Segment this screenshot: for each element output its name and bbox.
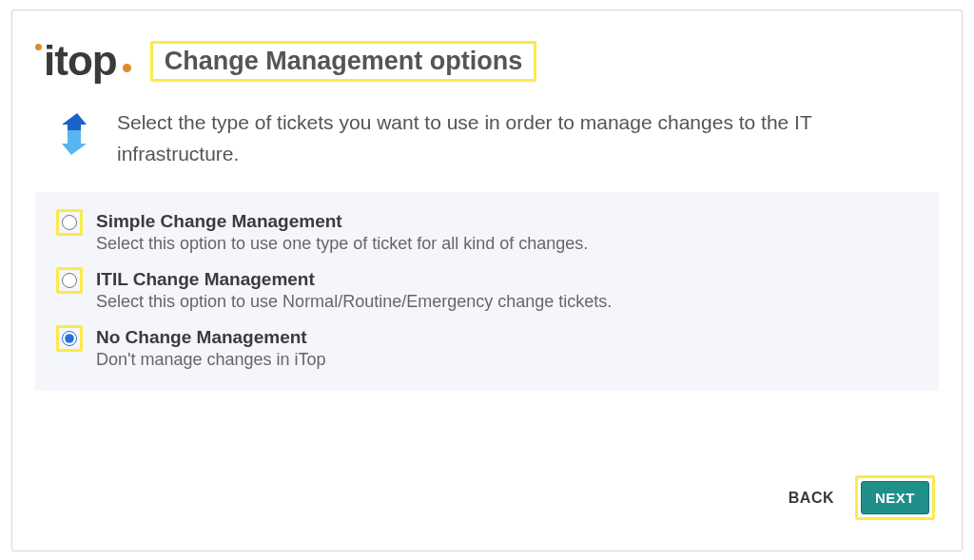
radio-itil-change[interactable] (62, 273, 77, 288)
header: itop Change Management options (35, 37, 939, 85)
intro: Select the type of tickets you want to u… (35, 104, 939, 192)
option-title: Simple Change Management (96, 211, 588, 232)
itop-logo: itop (35, 37, 131, 85)
wizard-footer: BACK NEXT (785, 475, 935, 520)
radio-no-change[interactable] (62, 331, 77, 346)
next-highlight: NEXT (855, 475, 935, 520)
option-text: Simple Change Management Select this opt… (96, 209, 588, 254)
logo-dot-icon (35, 44, 42, 50)
title-highlight: Change Management options (150, 41, 537, 82)
option-simple-change[interactable]: Simple Change Management Select this opt… (56, 209, 918, 254)
option-itil-change[interactable]: ITIL Change Management Select this optio… (56, 267, 918, 312)
options-group: Simple Change Management Select this opt… (35, 192, 939, 391)
logo-text: itop (44, 37, 117, 85)
setup-panel: itop Change Management options Select th… (11, 10, 963, 551)
option-title: No Change Management (96, 327, 326, 348)
radio-highlight (56, 325, 83, 352)
next-button[interactable]: NEXT (861, 481, 929, 514)
option-text: No Change Management Don't manage change… (96, 325, 326, 370)
back-button[interactable]: BACK (785, 484, 838, 512)
page-title: Change Management options (165, 47, 523, 76)
radio-simple-change[interactable] (62, 215, 77, 230)
intro-text: Select the type of tickets you want to u… (117, 107, 931, 169)
radio-highlight (56, 209, 83, 236)
option-desc: Select this option to use one type of ti… (96, 234, 588, 254)
option-desc: Select this option to use Normal/Routine… (96, 292, 612, 312)
option-desc: Don't manage changes in iTop (96, 350, 326, 370)
change-arrows-icon (49, 107, 100, 161)
option-text: ITIL Change Management Select this optio… (96, 267, 612, 312)
logo-dot-icon (123, 64, 131, 72)
option-no-change[interactable]: No Change Management Don't manage change… (56, 325, 918, 370)
radio-highlight (56, 267, 83, 294)
option-title: ITIL Change Management (96, 269, 612, 290)
